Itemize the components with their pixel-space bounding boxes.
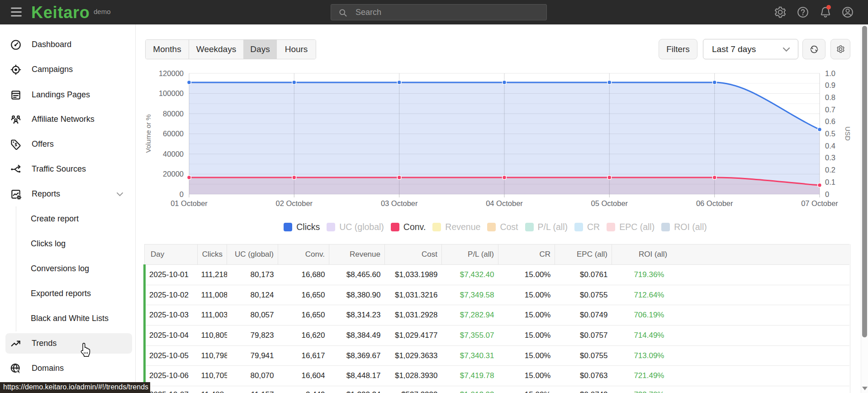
svg-text:06 October: 06 October (696, 199, 733, 207)
svg-text:120000: 120000 (159, 69, 184, 77)
svg-text:03 October: 03 October (381, 199, 418, 207)
svg-text:60000: 60000 (163, 129, 184, 138)
svg-text:20000: 20000 (163, 170, 184, 178)
svg-text:0: 0 (825, 190, 829, 198)
svg-text:04 October: 04 October (486, 199, 523, 207)
svg-text:0: 0 (180, 190, 184, 198)
svg-text:USD: USD (844, 126, 852, 141)
svg-text:0.3: 0.3 (825, 153, 835, 162)
svg-text:Volume or %: Volume or % (144, 114, 152, 153)
svg-text:0.6: 0.6 (825, 117, 835, 125)
svg-text:07 October: 07 October (801, 199, 838, 207)
svg-text:1.0: 1.0 (825, 69, 835, 77)
svg-text:05 October: 05 October (591, 199, 628, 207)
svg-text:0.1: 0.1 (825, 178, 835, 186)
svg-text:80000: 80000 (163, 110, 184, 118)
svg-text:100000: 100000 (159, 89, 184, 97)
svg-text:0.8: 0.8 (825, 93, 835, 101)
svg-text:01 October: 01 October (171, 199, 208, 207)
svg-text:0.2: 0.2 (825, 166, 835, 174)
svg-text:0.7: 0.7 (825, 105, 835, 114)
svg-text:0.9: 0.9 (825, 81, 835, 89)
svg-text:40000: 40000 (163, 150, 184, 158)
svg-text:0.4: 0.4 (825, 142, 835, 150)
svg-text:0.5: 0.5 (825, 129, 835, 138)
svg-text:02 October: 02 October (275, 199, 313, 207)
